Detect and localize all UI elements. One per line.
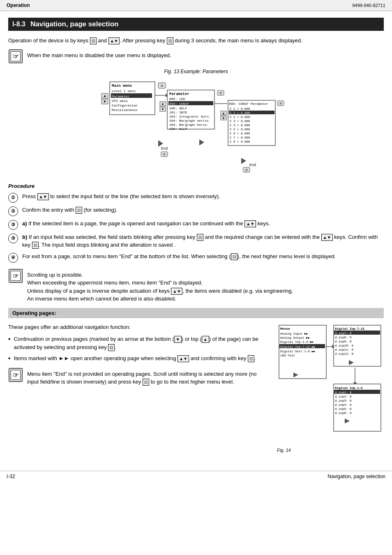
section-title-bar: I-8.3 Navigation, page selection: [8, 18, 384, 31]
page-footer: I-32 Navigation, page selection: [0, 471, 392, 482]
svg-text:Level 1 data: Level 1 data: [112, 89, 136, 93]
key-enter-icon: ⊡: [90, 37, 97, 44]
step-num-4: ④: [8, 253, 18, 263]
svg-text:C 5  =          0.000: C 5 = 0.000: [230, 128, 250, 131]
svg-text:Miscellaneous: Miscellaneous: [112, 108, 138, 112]
page-header: Operation 9499-040-82711: [0, 0, 392, 11]
note-icon-3: ☞: [8, 368, 23, 382]
svg-text:Menue: Menue: [280, 327, 290, 331]
svg-text:CPU data: CPU data: [112, 99, 128, 103]
svg-text:101: INTE: 101: INTE: [169, 111, 187, 114]
svg-text:Digital Inp.1-6  ▶▶: Digital Inp.1-6 ▶▶: [280, 340, 314, 344]
step-text-3a: a) If the selected item is a page, the p…: [22, 220, 270, 228]
op-bullet-text-2: Items marked with ►► open another operat…: [14, 354, 256, 363]
svg-text:C 7  =          0.000: C 7 = 0.000: [230, 136, 250, 139]
svg-marker-61: [241, 158, 246, 164]
svg-text:☞: ☞: [13, 273, 18, 280]
svg-text:C 6  =          0.000: C 6 = 0.000: [230, 132, 250, 135]
svg-text:d.inp1:          0: d.inp1: 0: [335, 391, 352, 394]
figure13-area: Main menu Level 1 data Parameter CPU dat…: [8, 78, 384, 176]
svg-text:⊡: ⊡: [280, 102, 282, 105]
section-title: Navigation, page selection: [30, 20, 118, 28]
svg-text:Digital Inp.7-12 ▶▶: Digital Inp.7-12 ▶▶: [280, 345, 316, 349]
figure14-svg: Menue Analog Input ▶▶ Analog Output ▶▶ D…: [277, 323, 382, 446]
key-enter-9: ⊡: [143, 379, 149, 386]
key-updown-3: ▲▼: [321, 234, 333, 241]
note2-text: Scrolling up is possible. When exceeding…: [27, 268, 293, 303]
svg-text:d.inp4:          0: d.inp4: 0: [335, 403, 352, 407]
svg-text:C 1  =          0.000: C 1 = 0.000: [230, 107, 250, 111]
key-down-1: ▼: [174, 336, 182, 343]
svg-text:Digital Outr.1-6 ▶▶: Digital Outr.1-6 ▶▶: [280, 350, 316, 353]
svg-text:☞: ☞: [13, 372, 18, 379]
procedure-step-2: ② Confirm the entry with ⊡ (for selectin…: [8, 206, 384, 216]
svg-text:096: LED: 096: LED: [169, 97, 185, 101]
key-enter-4: ⊡: [197, 234, 203, 241]
svg-text:C 8  =          0.000: C 8 = 0.000: [230, 140, 250, 143]
svg-text:d.inp2:          0: d.inp2: 0: [335, 395, 352, 398]
figure13-caption: Fig. 13 Example: Parameters: [8, 69, 384, 74]
header-right: 9499-040-82711: [352, 3, 385, 8]
svg-text:d.inp11:         0: d.inp11: 0: [335, 348, 354, 352]
svg-text:d.inp8:          0: d.inp8: 0: [335, 336, 352, 339]
note1-block: ☞ When the main menu is disabled the use…: [8, 49, 384, 64]
svg-text:099: CONST  Parameter: 099: CONST Parameter: [229, 102, 268, 106]
key-up-1: ▲: [202, 336, 209, 343]
procedure-step-3a: ③ a) If the selected item is a page, the…: [8, 220, 384, 230]
figure14-column: Menue Analog Input ▶▶ Analog Output ▶▶ D…: [277, 323, 384, 454]
op-bullet-list: • Continuation or previous pages (marked…: [8, 335, 269, 363]
figure13-svg: Main menu Level 1 data Parameter CPU dat…: [97, 78, 295, 176]
procedure-step-4: ④ For exit from a page, scroll to menu i…: [8, 252, 384, 263]
footer-left: I-32: [7, 474, 15, 479]
svg-marker-62: [199, 139, 204, 146]
key-enter-8: ⊡: [248, 355, 254, 362]
key-updown-5: ▲▼: [178, 355, 189, 362]
svg-text:C 3  =          0.000: C 3 = 0.000: [230, 120, 250, 123]
note2-line4: An inverse menu item which cannot be alt…: [27, 295, 293, 303]
note2-block: ☞ Scrolling up is possible. When exceedi…: [8, 268, 384, 303]
op-bullet-text-1: Continuation or previous pages (marked b…: [14, 335, 269, 351]
key-enter-6: ⊡: [231, 253, 238, 260]
svg-text:C 4  =          0.000: C 4 = 0.000: [230, 124, 250, 127]
operating-pages-content: These pages offer an additional navigati…: [8, 323, 384, 454]
svg-text:▼: ▼: [104, 100, 106, 104]
svg-text:099: CONST: 099: CONST: [169, 102, 189, 106]
step-text-2: Confirm the entry with ⊡ (for selecting)…: [22, 206, 118, 214]
svg-text:Digital Inp.7-12: Digital Inp.7-12: [335, 327, 365, 331]
key-updown-2: ▲▼: [244, 220, 256, 227]
text-column: These pages offer an additional navigati…: [8, 323, 269, 454]
svg-text:d.inp3:          0: d.inp3: 0: [335, 399, 352, 402]
note1-text: When the main menu is disabled the user …: [27, 49, 171, 60]
note2-line3: Unless display of a page is inverse desp…: [27, 287, 293, 295]
svg-text:d.inp7:          0: d.inp7: 0: [335, 332, 352, 335]
note2-line1: Scrolling up is possible.: [27, 271, 293, 279]
step-text-3b: b) If an input field was selected, the f…: [22, 233, 384, 249]
procedure-title: Procedure: [8, 183, 384, 189]
header-left: Operation: [7, 2, 30, 8]
operating-pages-title: Operating pages:: [8, 308, 384, 318]
step-num-3b: ③: [8, 234, 18, 243]
procedure-list: ① Press ▲▼ to select the input field or …: [8, 192, 384, 263]
svg-text:103: Integrator Surv.: 103: Integrator Surv.: [169, 115, 211, 118]
intro-text: Operation of the device is by keys ⊡ and…: [8, 37, 384, 45]
svg-text:C 1  =          0.000: C 1 = 0.000: [230, 111, 250, 115]
figure14-caption: Fig. 14: [277, 448, 384, 453]
key-enter-icon2: ⊡: [167, 37, 173, 44]
op-bullet-1: • Continuation or previous pages (marked…: [8, 335, 269, 351]
svg-text:▲: ▲: [223, 111, 225, 115]
op-intro: These pages offer an additional navigati…: [8, 323, 269, 331]
note3-text: Menu item "End" is not provided on opera…: [27, 368, 269, 386]
svg-text:⊡: ⊡: [161, 84, 163, 88]
key-enter-7: ⊡: [108, 344, 115, 351]
svg-text:d.inp9:          0: d.inp9: 0: [335, 340, 352, 343]
key-updown-1: ▲▼: [37, 193, 49, 200]
svg-text:☞: ☞: [13, 53, 18, 60]
svg-text:End: End: [249, 163, 256, 167]
note2-line2: When exceeding the uppermost menu item, …: [27, 279, 293, 287]
key-updown-4: ▲▼: [171, 288, 182, 295]
svg-text:LED-Test: LED-Test: [280, 354, 295, 357]
svg-text:100: SELF: 100: SELF: [169, 106, 187, 110]
svg-text:Analog Input     ▶▶: Analog Input ▶▶: [280, 332, 308, 335]
svg-text:▲: ▲: [104, 94, 106, 98]
svg-text:Main menu: Main menu: [112, 84, 132, 88]
